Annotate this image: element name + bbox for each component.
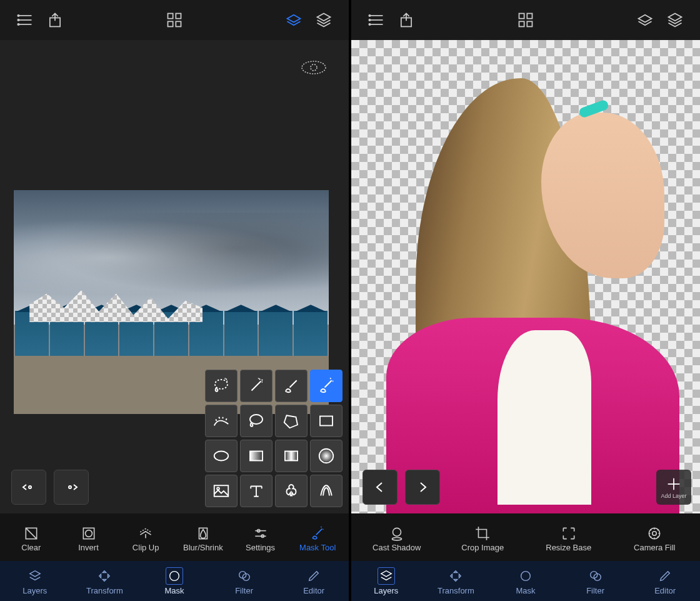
nav-editor-label: Editor xyxy=(654,586,676,595)
svg-point-13 xyxy=(29,486,31,488)
nav-filter[interactable]: Filter xyxy=(561,561,631,601)
magic-lasso-tool[interactable] xyxy=(205,370,238,402)
nav-filter[interactable]: Filter xyxy=(209,561,279,601)
grid-icon[interactable] xyxy=(511,5,541,35)
invert-button[interactable]: Invert xyxy=(60,525,118,552)
mask-layer-icon[interactable] xyxy=(279,5,309,35)
add-layer-label: Add Layer xyxy=(661,493,686,499)
nav-mask[interactable]: Mask xyxy=(139,561,209,601)
list-icon[interactable] xyxy=(361,5,391,35)
edge-brush-tool[interactable] xyxy=(205,405,238,437)
image-mask-tool[interactable] xyxy=(205,475,238,507)
linear-gradient-tool[interactable] xyxy=(240,440,272,472)
share-icon[interactable] xyxy=(40,5,70,35)
castshadow-button[interactable]: Cast Shadow xyxy=(354,525,440,552)
svg-point-11 xyxy=(302,61,326,74)
prev-layer-button[interactable] xyxy=(362,470,398,505)
clipup-button[interactable]: Clip Up xyxy=(117,525,174,552)
svg-point-49 xyxy=(392,528,401,536)
photo-clouds xyxy=(14,213,329,302)
svg-point-12 xyxy=(311,64,317,71)
camerafill-label: Camera Fill xyxy=(634,543,675,552)
nav-editor-label: Editor xyxy=(303,586,324,595)
right-bottom-nav: Layers Transform Mask Filter Editor xyxy=(351,561,700,601)
nav-filter-label: Filter xyxy=(235,586,253,595)
masktool-label: Mask Tool xyxy=(299,543,336,552)
svg-rect-43 xyxy=(519,14,524,19)
shape-mask-tool[interactable] xyxy=(275,475,308,507)
svg-point-33 xyxy=(170,571,179,580)
nav-mask[interactable]: Mask xyxy=(491,561,561,601)
mask-tool-grid xyxy=(202,367,345,510)
next-layer-button[interactable] xyxy=(405,470,440,505)
nav-mask-label: Mask xyxy=(164,586,184,595)
nav-layers[interactable]: Layers xyxy=(351,561,421,601)
camerafill-button[interactable]: Camera Fill xyxy=(612,525,698,552)
right-secondary-toolbar: Cast Shadow Crop Image Resize Base Camer… xyxy=(351,513,700,561)
svg-rect-19 xyxy=(250,452,262,461)
ellipse-tool[interactable] xyxy=(205,440,238,472)
left-panel: Clear Invert Clip Up Blur/Shrink Setting… xyxy=(0,0,349,601)
svg-point-50 xyxy=(392,537,401,540)
layers-icon[interactable] xyxy=(309,5,339,35)
left-secondary-toolbar: Clear Invert Clip Up Blur/Shrink Setting… xyxy=(0,513,349,561)
rectangle-tool[interactable] xyxy=(310,405,342,437)
undo-button[interactable] xyxy=(11,470,46,505)
settings-label: Settings xyxy=(246,543,275,552)
svg-point-16 xyxy=(250,415,262,424)
svg-point-15 xyxy=(215,380,228,389)
radial-gradient-tool[interactable] xyxy=(310,440,342,472)
svg-point-23 xyxy=(217,487,219,490)
magic-wand-tool[interactable] xyxy=(240,370,272,402)
add-layer-button[interactable]: Add Layer xyxy=(656,470,691,505)
svg-point-27 xyxy=(85,530,92,537)
polygon-tool[interactable] xyxy=(275,405,308,437)
right-canvas[interactable]: Add Layer xyxy=(351,40,700,513)
visibility-toggle-icon[interactable] xyxy=(299,59,329,76)
left-bottom-nav: Layers Transform Mask Filter Editor xyxy=(0,561,349,601)
reflected-gradient-tool[interactable] xyxy=(275,440,308,472)
lasso-tool[interactable] xyxy=(240,405,272,437)
masktool-button[interactable]: Mask Tool xyxy=(289,525,346,552)
nav-layers[interactable]: Layers xyxy=(0,561,70,601)
right-topbar xyxy=(351,0,700,40)
svg-rect-20 xyxy=(285,452,298,461)
resizebase-label: Resize Base xyxy=(546,543,591,552)
cropimage-label: Crop Image xyxy=(461,543,504,552)
left-canvas[interactable] xyxy=(0,40,349,513)
clear-button[interactable]: Clear xyxy=(2,525,60,552)
cropimage-button[interactable]: Crop Image xyxy=(440,525,526,552)
brush-tool[interactable] xyxy=(275,370,308,402)
text-mask-tool[interactable] xyxy=(240,475,272,507)
clear-label: Clear xyxy=(21,543,41,552)
blurshrink-button[interactable]: Blur/Shrink xyxy=(174,525,232,552)
invert-label: Invert xyxy=(78,543,99,552)
share-icon[interactable] xyxy=(391,5,421,35)
svg-rect-17 xyxy=(320,417,332,426)
svg-rect-44 xyxy=(527,14,532,19)
left-topbar xyxy=(0,0,349,40)
magic-brush-tool[interactable] xyxy=(310,370,342,402)
svg-point-52 xyxy=(652,531,657,535)
svg-rect-46 xyxy=(527,21,532,26)
girl-cutout-layer[interactable] xyxy=(386,78,679,513)
nav-transform[interactable]: Transform xyxy=(70,561,140,601)
hair-mask-tool[interactable] xyxy=(310,475,342,507)
grid-icon[interactable] xyxy=(159,5,189,35)
mask-layer-icon[interactable] xyxy=(630,5,660,35)
nav-transform-label: Transform xyxy=(86,586,123,595)
blurshrink-label: Blur/Shrink xyxy=(183,543,223,552)
redo-button[interactable] xyxy=(54,470,89,505)
nav-editor[interactable]: Editor xyxy=(279,561,349,601)
nav-transform[interactable]: Transform xyxy=(421,561,491,601)
svg-rect-7 xyxy=(168,14,173,19)
nav-editor[interactable]: Editor xyxy=(630,561,700,601)
right-panel: Add Layer Cast Shadow Crop Image Resize … xyxy=(351,0,700,601)
svg-point-21 xyxy=(319,449,334,463)
settings-button[interactable]: Settings xyxy=(232,525,289,552)
resizebase-button[interactable]: Resize Base xyxy=(526,525,612,552)
layers-icon[interactable] xyxy=(660,5,690,35)
list-icon[interactable] xyxy=(10,5,40,35)
svg-point-14 xyxy=(69,486,71,488)
svg-point-53 xyxy=(521,571,531,580)
